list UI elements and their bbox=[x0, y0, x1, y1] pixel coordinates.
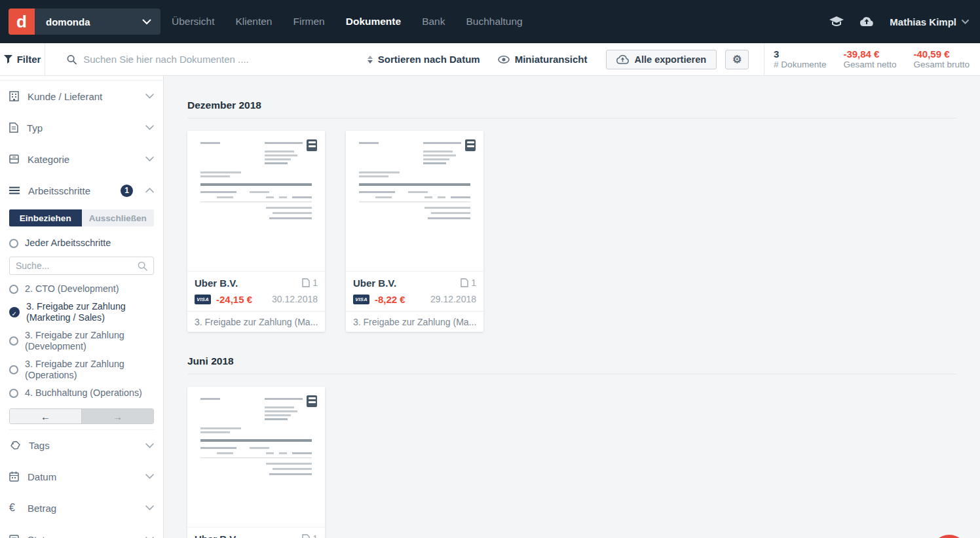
sort-icon bbox=[368, 56, 373, 63]
option-label: 4. Buchhaltung (Operations) bbox=[25, 387, 154, 399]
filter-group-tags[interactable]: Tags bbox=[9, 429, 154, 461]
nav-bank[interactable]: Bank bbox=[422, 16, 445, 27]
radio-icon bbox=[9, 239, 18, 248]
document-search bbox=[45, 43, 368, 75]
section-title: Dezember 2018 bbox=[187, 99, 956, 111]
radio-icon bbox=[9, 336, 18, 346]
filter-button[interactable]: Filter bbox=[0, 43, 45, 75]
export-all-button[interactable]: Alle exportieren bbox=[606, 50, 717, 69]
vendor-name: Uber B.V. bbox=[195, 278, 302, 289]
option-jeder-arbeitsschritte[interactable]: Jeder Arbeitsschritte bbox=[9, 234, 154, 255]
nav-firmen[interactable]: Firmen bbox=[293, 16, 324, 27]
arrow-right-icon: → bbox=[113, 411, 122, 422]
workflow-search bbox=[9, 257, 154, 275]
sort-control[interactable]: Sortieren nach Datum bbox=[368, 54, 480, 65]
filter-group-label: Kunde / Lieferant bbox=[28, 91, 137, 102]
filter-group-kategorie[interactable]: Kategorie bbox=[9, 143, 154, 175]
option-freigabe-development[interactable]: 3. Freigabe zur Zahlung (Development) bbox=[9, 327, 154, 355]
include-exclude-toggle: Einbeziehen Ausschließen bbox=[9, 209, 154, 226]
stat-value: -40,59 € bbox=[913, 49, 970, 60]
search-input[interactable] bbox=[83, 54, 368, 65]
filter-group-label: Betrag bbox=[28, 503, 137, 514]
document-card[interactable]: Uber B.V. 1 bbox=[187, 387, 325, 538]
next-page-button[interactable]: → bbox=[82, 409, 153, 423]
document-thumbnail[interactable] bbox=[187, 131, 325, 272]
calendar-icon bbox=[9, 471, 19, 482]
filter-group-label: Tags bbox=[29, 440, 137, 451]
cards-row: Uber B.V. 1 bbox=[187, 387, 956, 538]
company-selector-box: domonda bbox=[35, 9, 160, 35]
gear-icon: ⚙ bbox=[732, 53, 742, 65]
thumbnail-page bbox=[346, 131, 483, 271]
status-icon bbox=[9, 535, 19, 538]
chevron-down-icon bbox=[145, 125, 154, 130]
euro-icon: € bbox=[9, 503, 19, 513]
nav-uebersicht[interactable]: Übersicht bbox=[172, 16, 214, 27]
search-icon bbox=[138, 261, 147, 271]
search-icon bbox=[67, 54, 77, 65]
option-freigabe-operations[interactable]: 3. Freigabe zur Zahlung (Operations) bbox=[9, 355, 154, 384]
option-label: 2. CTO (Development) bbox=[25, 283, 154, 295]
filter-group-kunde-lieferant[interactable]: Kunde / Lieferant bbox=[9, 81, 154, 112]
cards-row: Uber B.V. 1 VISA -24,15 € 30.12.2018 3. … bbox=[187, 131, 956, 332]
nav-buchhaltung[interactable]: Buchhaltung bbox=[466, 16, 522, 27]
filter-group-label: Datum bbox=[28, 471, 137, 482]
export-all-label: Alle exportieren bbox=[635, 54, 707, 65]
page-icon bbox=[302, 278, 310, 287]
filter-group-label: Arbeitsschritte bbox=[28, 185, 112, 196]
tag-icon bbox=[9, 441, 20, 450]
chevron-down-icon bbox=[142, 19, 151, 25]
cloud-export-icon bbox=[616, 55, 629, 64]
graduation-cap-icon[interactable] bbox=[829, 16, 844, 27]
workflow-steps-icon bbox=[9, 187, 20, 194]
main-nav: Übersicht Klienten Firmen Dokumente Bank… bbox=[172, 16, 544, 27]
card-info: Uber B.V. 1 VISA -24,15 € 30.12.2018 3. … bbox=[187, 272, 325, 332]
filter-group-typ[interactable]: Typ bbox=[9, 112, 154, 143]
filter-group-betrag[interactable]: € Betrag bbox=[9, 492, 154, 524]
settings-button[interactable]: ⚙ bbox=[725, 50, 749, 69]
filter-group-status[interactable]: Status bbox=[9, 524, 154, 538]
option-freigabe-marketing-sales[interactable]: 3. Freigabe zur Zahlung (Marketing / Sal… bbox=[9, 298, 154, 327]
exclude-option[interactable]: Ausschließen bbox=[82, 209, 155, 226]
prev-page-button[interactable]: ← bbox=[10, 409, 82, 423]
building-icon bbox=[9, 91, 19, 101]
document-date: 29.12.2018 bbox=[430, 294, 476, 304]
option-buchhaltung-operations[interactable]: 4. Buchhaltung (Operations) bbox=[9, 384, 154, 402]
page-icon bbox=[461, 278, 468, 287]
stat-value: -39,84 € bbox=[843, 49, 896, 60]
vendor-name: Uber B.V. bbox=[353, 278, 461, 289]
summary-stats: 3 # Dokumente -39,84 € Gesamt netto -40,… bbox=[764, 43, 980, 75]
include-option[interactable]: Einbeziehen bbox=[9, 209, 82, 226]
filter-group-datum[interactable]: Datum bbox=[9, 461, 154, 492]
document-card[interactable]: Uber B.V. 1 VISA -8,22 € 29.12.2018 3. F… bbox=[346, 131, 483, 332]
document-icon bbox=[9, 122, 18, 133]
document-amount: -24,15 € bbox=[216, 294, 267, 305]
document-thumbnail[interactable] bbox=[187, 387, 325, 528]
cloud-upload-icon[interactable] bbox=[859, 16, 874, 27]
nav-klienten[interactable]: Klienten bbox=[235, 16, 272, 27]
company-selector[interactable]: d domonda bbox=[9, 9, 160, 35]
option-cto-development[interactable]: 2. CTO (Development) bbox=[9, 280, 154, 298]
radio-icon bbox=[9, 365, 18, 374]
chevron-down-icon bbox=[145, 474, 154, 479]
thumbnail-page bbox=[187, 131, 325, 271]
nav-dokumente[interactable]: Dokumente bbox=[346, 16, 401, 27]
user-menu[interactable]: Mathias Kimpl bbox=[890, 16, 969, 27]
workflow-search-input[interactable] bbox=[16, 260, 138, 271]
document-thumbnail[interactable] bbox=[346, 131, 483, 272]
option-label: Jeder Arbeitsschritte bbox=[25, 238, 154, 249]
active-filter-badge: 1 bbox=[121, 185, 133, 197]
chevron-down-icon bbox=[145, 156, 154, 162]
view-mode-control[interactable]: Miniaturansicht bbox=[498, 54, 588, 65]
filter-group-label: Typ bbox=[27, 122, 137, 134]
radio-checked-icon bbox=[9, 307, 20, 317]
page-count-value: 1 bbox=[312, 533, 318, 538]
workflow-pagination: ← → bbox=[9, 408, 154, 424]
document-date: 30.12.2018 bbox=[272, 294, 318, 304]
document-card[interactable]: Uber B.V. 1 VISA -24,15 € 30.12.2018 3. … bbox=[187, 131, 325, 332]
chevron-down-icon bbox=[145, 505, 154, 511]
filter-group-arbeitsschritte[interactable]: Arbeitsschritte 1 bbox=[9, 175, 154, 206]
company-name: domonda bbox=[46, 16, 142, 27]
arrow-left-icon: ← bbox=[41, 411, 50, 422]
workflow-status: 3. Freigabe zur Zahlung (Ma... bbox=[187, 311, 325, 332]
